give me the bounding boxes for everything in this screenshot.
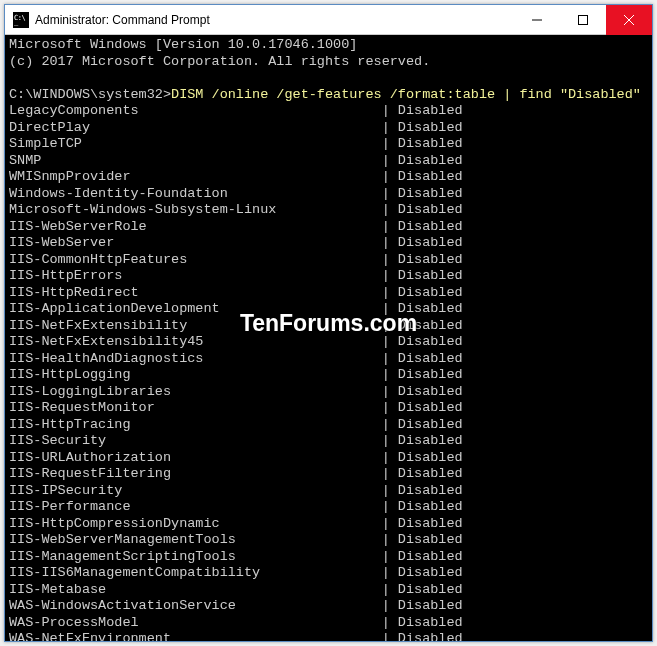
prompt: C:\WINDOWS\system32> — [9, 87, 171, 102]
copyright-line: (c) 2017 Microsoft Corporation. All righ… — [9, 54, 430, 69]
svg-rect-1 — [579, 16, 588, 25]
command-prompt-window: Administrator: Command Prompt Microsoft … — [4, 4, 653, 642]
command-text: DISM /online /get-features /format:table… — [171, 87, 641, 102]
maximize-button[interactable] — [560, 5, 606, 35]
version-line: Microsoft Windows [Version 10.0.17046.10… — [9, 37, 357, 52]
minimize-button[interactable] — [514, 5, 560, 35]
window-controls — [514, 5, 652, 34]
titlebar[interactable]: Administrator: Command Prompt — [5, 5, 652, 35]
window-title: Administrator: Command Prompt — [35, 13, 514, 27]
cmd-icon — [13, 12, 29, 28]
output-rows: LegacyComponents | Disabled DirectPlay |… — [9, 103, 463, 641]
console-output[interactable]: Microsoft Windows [Version 10.0.17046.10… — [5, 35, 652, 641]
close-button[interactable] — [606, 5, 652, 35]
